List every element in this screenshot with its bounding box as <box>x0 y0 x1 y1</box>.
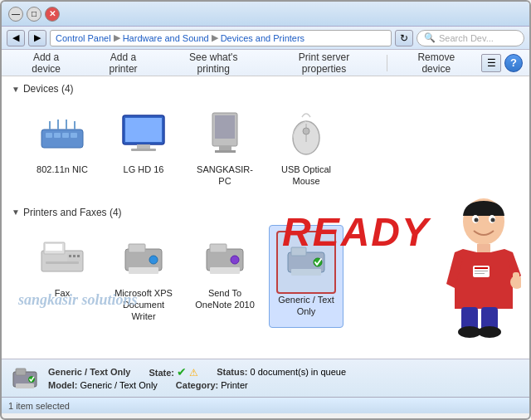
svg-rect-4 <box>71 133 77 138</box>
breadcrumb-devices[interactable]: Devices and Printers <box>221 33 305 43</box>
svg-rect-24 <box>69 255 71 257</box>
forward-button[interactable]: ▶ <box>28 30 46 46</box>
monitor-label: LG HD 16 <box>124 164 164 175</box>
svg-rect-34 <box>210 267 240 274</box>
view-options-button[interactable]: ☰ <box>481 54 501 72</box>
svg-rect-58 <box>16 383 34 388</box>
status-row-2: Model: Generic / Text Only Category: Pri… <box>48 380 521 390</box>
state-alert-icon: ⚠ <box>189 367 198 378</box>
svg-rect-53 <box>475 267 488 269</box>
status-bar: Generic / Text Only State: ✔ ⚠ Status: 0… <box>2 359 529 397</box>
svg-rect-27 <box>46 261 79 264</box>
printers-grid: Fax Microsoft XPS Document Writer <box>12 225 519 329</box>
search-box[interactable]: 🔍 Search Dev... <box>417 30 524 46</box>
printers-section-header: ▼ Printers and Faxes (4) <box>12 207 519 218</box>
help-button[interactable]: ? <box>504 54 523 72</box>
back-button[interactable]: ◀ <box>7 30 25 46</box>
svg-rect-11 <box>137 144 150 149</box>
print-server-button[interactable]: Print server properties <box>266 53 382 73</box>
svg-rect-10 <box>125 118 162 142</box>
model-label: Model: <box>48 380 77 390</box>
close-button[interactable]: ✕ <box>45 7 60 22</box>
main-content: ▼ Devices (4) 802.11n NIC <box>2 76 529 359</box>
nic-label: 802.11n NIC <box>37 164 88 175</box>
svg-rect-55 <box>475 273 485 274</box>
svg-rect-25 <box>73 255 76 257</box>
add-printer-button[interactable]: Add a printer <box>85 53 161 73</box>
nic-icon <box>36 107 89 160</box>
device-nic[interactable]: 802.11n NIC <box>25 101 100 193</box>
printer-xps[interactable]: Microsoft XPS Document Writer <box>106 225 181 329</box>
state-label: State: <box>149 368 174 378</box>
onenote-icon <box>198 231 251 284</box>
mouse-icon <box>280 107 333 160</box>
toolbar-right: ☰ ? <box>481 54 523 72</box>
toolbar-separator <box>387 55 387 71</box>
svg-rect-22 <box>46 244 62 251</box>
printers-section-label: Printers and Faxes (4) <box>23 207 122 218</box>
status-info: Generic / Text Only State: ✔ ⚠ Status: 0… <box>48 365 521 392</box>
title-bar: — □ ✕ <box>2 2 529 27</box>
printers-arrow[interactable]: ▼ <box>12 208 20 217</box>
devices-section-label: Devices (4) <box>23 83 74 95</box>
svg-rect-15 <box>219 146 231 150</box>
svg-rect-26 <box>77 255 80 257</box>
status-row-1: Generic / Text Only State: ✔ ⚠ Status: 0… <box>48 365 521 378</box>
svg-rect-29 <box>129 244 145 252</box>
device-name-label: Generic / Text Only <box>48 367 130 377</box>
svg-rect-33 <box>210 244 227 252</box>
address-path[interactable]: Control Panel ▶ Hardware and Sound ▶ Dev… <box>50 30 392 46</box>
add-device-button[interactable]: Add a device <box>8 53 84 73</box>
monitor-icon <box>117 107 170 160</box>
breadcrumb-hardware[interactable]: Hardware and Sound <box>123 33 209 43</box>
svg-rect-54 <box>475 271 488 271</box>
cartoon-character <box>446 193 521 342</box>
watermark: sangkasir solutions <box>18 291 138 309</box>
svg-point-44 <box>491 218 495 222</box>
fax-icon <box>36 231 89 284</box>
selection-text: 1 item selected <box>8 401 70 411</box>
device-monitor[interactable]: LG HD 16 <box>106 101 181 193</box>
svg-point-43 <box>475 218 479 222</box>
devices-section-header: ▼ Devices (4) <box>12 83 519 95</box>
toolbar: Add a device Add a printer See what's pr… <box>2 50 529 76</box>
svg-rect-47 <box>513 272 519 282</box>
device-mouse[interactable]: USB Optical Mouse <box>269 101 343 193</box>
minimize-button[interactable]: — <box>8 7 23 22</box>
refresh-button[interactable]: ↻ <box>395 30 413 46</box>
generic-label: Generic / Text Only <box>275 294 338 318</box>
mouse-label: USB Optical Mouse <box>275 164 338 188</box>
svg-rect-16 <box>215 150 236 153</box>
svg-rect-14 <box>215 115 235 139</box>
bottom-bar: 1 item selected <box>2 397 529 413</box>
device-pc[interactable]: SANGKASIR-PC <box>188 101 262 193</box>
devices-arrow[interactable]: ▼ <box>12 85 20 94</box>
category-label: Category: <box>176 380 218 390</box>
maximize-button[interactable]: □ <box>27 7 41 22</box>
onenote-label: Send To OneNote 2010 <box>193 287 256 311</box>
pc-label: SANGKASIR-PC <box>193 164 256 188</box>
svg-rect-38 <box>291 269 321 276</box>
svg-rect-30 <box>129 267 158 274</box>
search-icon: 🔍 <box>424 32 436 43</box>
status-label: Status: <box>217 367 247 377</box>
breadcrumb-control-panel[interactable]: Control Panel <box>56 33 111 43</box>
svg-point-31 <box>149 256 158 264</box>
pc-icon <box>198 107 251 160</box>
printer-fax[interactable]: Fax <box>25 225 100 329</box>
remove-device-button[interactable]: Remove device <box>392 53 480 73</box>
printer-onenote[interactable]: Send To OneNote 2010 <box>188 225 262 329</box>
svg-rect-3 <box>62 133 69 138</box>
svg-rect-0 <box>41 129 83 148</box>
svg-point-35 <box>231 256 239 264</box>
address-bar: ◀ ▶ Control Panel ▶ Hardware and Sound ▶… <box>2 27 529 50</box>
svg-point-19 <box>303 128 309 134</box>
see-printing-button[interactable]: See what's printing <box>163 53 265 73</box>
status-value: 0 document(s) in queue <box>250 367 346 377</box>
svg-point-50 <box>458 326 481 338</box>
svg-rect-1 <box>46 133 52 138</box>
state-check-icon: ✔ <box>177 365 187 378</box>
svg-point-51 <box>478 326 501 338</box>
title-bar-left: — □ ✕ <box>8 7 60 22</box>
xps-icon <box>117 231 170 284</box>
